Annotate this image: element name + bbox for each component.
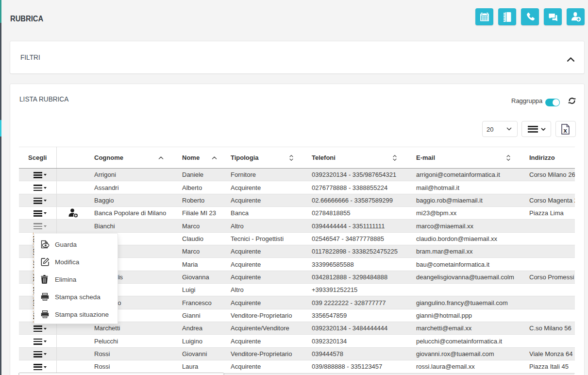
svg-text:x: x: [563, 127, 567, 134]
